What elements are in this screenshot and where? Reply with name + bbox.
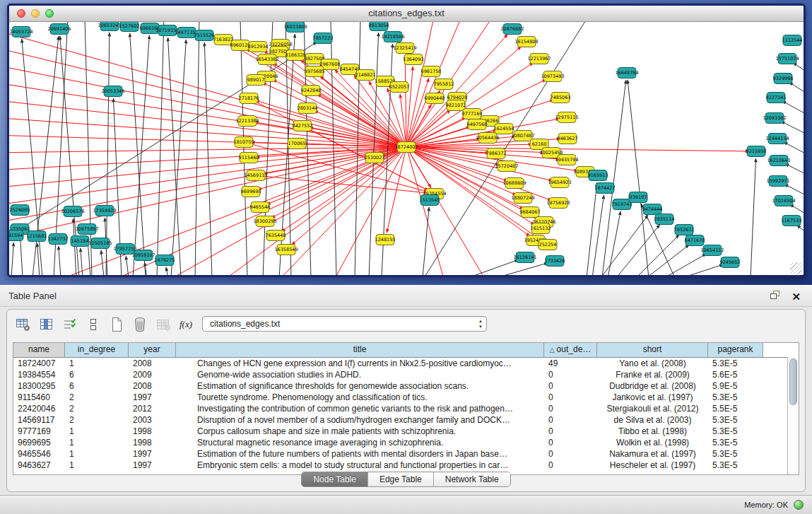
table-scrollbar[interactable] [787,357,799,474]
table-settings-icon[interactable] [14,315,33,334]
graph-node-label: 1624554 [494,126,514,132]
table-scrollbar-thumb[interactable] [789,358,797,405]
table-row[interactable]: 1456911722003Disruption of a novel membe… [13,414,799,426]
cell-in_degree: 1 [65,437,129,448]
delete-table-icon[interactable] [131,315,149,334]
cell-pagerank: 5.3E-5 [708,448,763,460]
table-row[interactable]: 1830029562008Estimation of significance … [13,380,799,392]
graph-node-label: 7986372 [486,151,507,156]
new-document-icon[interactable] [107,315,126,334]
cell-out_degree: 49 [544,358,597,369]
tab-network-table[interactable]: Network Table [433,472,510,486]
graph-node-label: 17016504 [772,198,795,204]
cell-title: Estimation of the future numbers of pati… [176,448,544,460]
graph-node-label: 19218506 [381,34,404,40]
cell-short: Hescheler et al. (1997) [597,460,708,471]
graph-node-label: 10688609 [502,180,526,186]
graph-edge-black [195,22,199,276]
cell-year: 1997 [129,460,176,471]
graph-node-label: 20876682 [500,26,524,32]
cell-pagerank: 5.3E-5 [708,437,763,448]
graph-node-label: 6990448 [425,95,445,101]
cell-title: Changes of HCN gene expression and I(f) … [176,358,544,369]
column-header-year[interactable]: year [129,343,176,357]
table-row[interactable]: 969969511998Structural magnetic resonanc… [13,437,799,448]
graph-node-label: 19756928 [546,200,570,206]
network-svg[interactable]: 1872400771638228960128891293423226058382… [9,22,804,276]
table-row[interactable]: 946554611997Estimation of the future num… [13,448,799,460]
close-panel-icon[interactable]: ✕ [792,291,801,303]
table-panel-box: f(x) citations_edges.txt ▲▼ namein_degre… [6,309,806,492]
column-header-in_degree[interactable]: in_degree [65,343,129,357]
graph-node-label: 18807249 [511,195,534,201]
graph-node-label: 14569117 [244,173,267,178]
graph-node-label: 8215958 [746,148,767,154]
select-columns-icon[interactable] [61,315,79,334]
graph-edge-black [601,215,648,276]
graph-node-label: 14055724 [9,29,33,35]
tab-edge-table[interactable]: Edge Table [367,472,433,486]
import-table-disabled-icon [154,315,172,334]
column-header-title[interactable]: title [176,343,544,357]
graph-node-label: 9777169 [462,111,483,117]
graph-edge-black [751,158,756,276]
window-titlebar[interactable]: citations_edges.txt [9,6,804,22]
canvas-resize-grip[interactable] [790,262,802,274]
graph-node-label: 2146821 [355,72,376,78]
table-selector-dropdown[interactable]: citations_edges.txt ▲▼ [202,316,487,332]
graph-edge-red [262,83,406,147]
float-panel-icon[interactable] [770,290,782,303]
table-selector-value: citations_edges.txt [210,317,280,331]
rows-icon[interactable] [84,315,102,334]
column-header-short[interactable]: short [597,343,708,357]
graph-edge-red [9,147,406,241]
graph-edge-red [281,147,406,231]
graph-node-label: 10654112 [700,247,724,253]
graph-node-label: 2967608 [320,62,341,67]
cell-year: 2009 [129,369,176,380]
function-builder-icon[interactable]: f(x) [177,315,196,334]
table-row[interactable]: 946362711997Embryonic stem cells: a mode… [13,460,799,471]
graph-edge-black [781,121,804,134]
cell-short: de Silva et al. (2003) [597,414,708,426]
table-panel: Table Panel ✕ [0,285,812,495]
table-row[interactable]: 911546021997Tourette syndrome. Phenomeno… [13,392,799,403]
cell-pagerank: 5.3E-5 [708,392,763,403]
graph-node-label: 20564436 [476,135,499,141]
graph-edge-black [785,163,804,176]
table-row[interactable]: 2242004622012Investigating the contribut… [13,403,799,414]
table-row[interactable]: 977716911998Corpus callosum shape and si… [13,426,799,437]
cell-out_degree: 0 [544,414,597,426]
cell-year: 1997 [129,392,176,403]
graph-edge-red [317,94,406,147]
memory-status-indicator[interactable] [794,500,804,510]
sort-ascending-icon: △ [550,346,555,354]
cell-out_degree: 0 [544,392,597,403]
graph-node-label: 6961758 [421,69,442,74]
cell-in_degree: 2 [65,414,129,426]
graph-edge-red [406,147,488,276]
column-header-pagerank[interactable]: pagerank [708,343,763,357]
table-column-icon[interactable] [37,315,56,334]
graph-edge-black [616,225,660,276]
network-canvas[interactable]: 1872400771638228960128891293423226058382… [9,22,804,276]
graph-node-label: 2718176 [239,95,259,101]
graph-edge-black [682,264,723,276]
graph-node-label: 12975115 [555,115,578,120]
graph-node-label: 8912934 [248,44,269,49]
tab-node-table[interactable]: Node Table [302,472,367,486]
graph-node-label: 7919743 [612,201,632,207]
graph-edge-red [406,147,445,276]
cell-year: 2012 [129,403,176,414]
graph-edge-red [9,29,406,147]
graph-node-label: 145194 [71,238,89,244]
table-row[interactable]: 1938455462009Genome-wide association stu… [13,369,799,380]
cell-in_degree: 6 [65,380,129,392]
column-header-name[interactable]: name [13,343,65,357]
graph-node-label: 62160 [532,141,547,147]
graph-node-label: 15992971 [766,178,789,184]
column-header-out_degree[interactable]: △out_de… [544,343,597,357]
graph-node-label: 10653247 [98,23,121,28]
table-row[interactable]: 1872400712008Changes of HCN gene express… [13,358,799,369]
graph-edge-black [166,267,168,276]
